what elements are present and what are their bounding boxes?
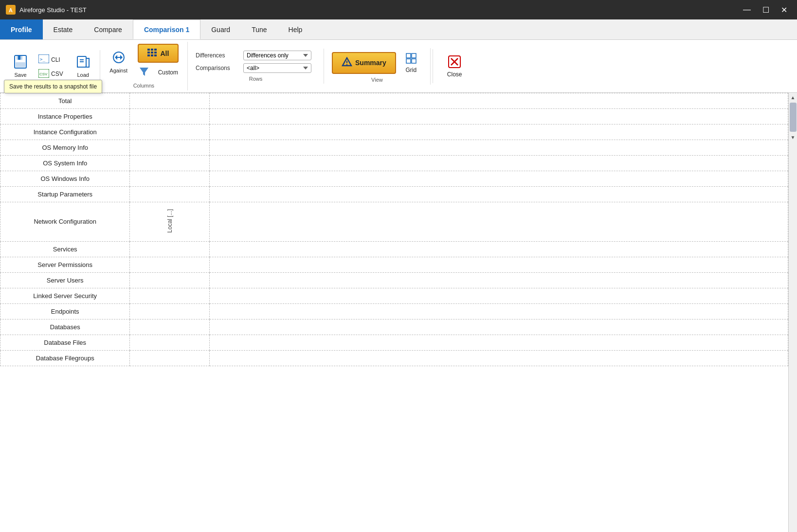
grid-button[interactable]: Grid [400, 50, 422, 76]
ribbon-group-columns: Against [100, 42, 188, 90]
close-icon [448, 55, 461, 70]
comparisons-select[interactable]: <all> Local Remote [243, 63, 311, 73]
row-name: Endpoints [0, 303, 130, 319]
window-close-button[interactable]: ✕ [777, 4, 791, 16]
svg-rect-11 [80, 59, 84, 60]
table-row: Server Users [0, 272, 788, 288]
window-title: Aireforge Studio - TEST [19, 6, 87, 14]
row-data [210, 187, 788, 202]
title-bar: A Aireforge Studio - TEST — ☐ ✕ [0, 0, 797, 19]
row-data [210, 335, 788, 350]
row-local [130, 257, 210, 272]
svg-text:>_: >_ [40, 57, 45, 62]
svg-rect-18 [151, 49, 153, 51]
svg-rect-19 [154, 49, 157, 51]
save-label: Save [14, 72, 26, 78]
scroll-up-arrow[interactable]: ▲ [789, 93, 797, 102]
table-row: Database Files [0, 335, 788, 350]
row-data [210, 288, 788, 303]
svg-rect-5 [16, 62, 25, 67]
svg-rect-24 [151, 54, 153, 56]
table-row: Endpoints [0, 303, 788, 319]
ribbon-group-view: Summary Grid View [324, 48, 431, 85]
row-data [210, 109, 788, 124]
all-icon [147, 49, 157, 58]
row-name: Database Files [0, 335, 130, 350]
row-local [130, 140, 210, 156]
all-button[interactable]: All [138, 44, 179, 63]
row-data [210, 202, 788, 242]
row-name: Network Configuration [0, 202, 130, 242]
csv-button[interactable]: CSV CSV [35, 68, 67, 81]
row-name: Server Users [0, 272, 130, 288]
vertical-scrollbar[interactable]: ▲ ▼ [788, 93, 797, 532]
differences-label: Differences [196, 52, 239, 59]
tab-help[interactable]: Help [278, 19, 313, 39]
tab-guard[interactable]: Guard [200, 19, 241, 39]
comparisons-label: Comparisons [196, 65, 239, 71]
menu-tabs: Profile Estate Compare Comparison 1 Guar… [0, 19, 797, 40]
table-row: Linked Server Security [0, 288, 788, 303]
cli-button[interactable]: >_ CLI [35, 53, 67, 67]
close-button[interactable]: Close [441, 52, 469, 81]
scrollbar-thumb[interactable] [790, 103, 797, 132]
row-name: OS Windows Info [0, 171, 130, 187]
row-local [130, 156, 210, 171]
tab-estate[interactable]: Estate [43, 19, 84, 39]
ribbon-group-save: Save >_ CLI CSV [4, 50, 100, 83]
row-name: Databases [0, 319, 130, 335]
against-button[interactable]: Against [106, 48, 131, 76]
svg-rect-21 [151, 52, 153, 53]
load-icon [76, 54, 91, 71]
table-row: Services [0, 241, 788, 257]
minimize-button[interactable]: — [739, 4, 755, 16]
csv-icon: CSV [38, 69, 49, 79]
row-data [210, 350, 788, 366]
row-local [130, 93, 210, 109]
against-icon [111, 50, 126, 67]
table-row: OS Memory Info [0, 140, 788, 156]
scroll-down-arrow[interactable]: ▼ [789, 133, 797, 142]
load-label: Load [77, 72, 89, 78]
ribbon-group-rows: Differences Differences only All Matches… [188, 49, 324, 84]
grid-icon [405, 53, 417, 66]
row-data [210, 257, 788, 272]
all-label: All [160, 50, 169, 57]
differences-select[interactable]: Differences only All Matches only [243, 51, 311, 60]
custom-button[interactable]: Custom [155, 68, 181, 77]
svg-rect-25 [154, 54, 157, 56]
row-name: Database Filegroups [0, 350, 130, 366]
tab-tune[interactable]: Tune [241, 19, 277, 39]
row-local [130, 187, 210, 202]
save-icon [13, 54, 28, 71]
svg-rect-4 [18, 55, 20, 60]
row-data [210, 171, 788, 187]
table-row: Instance Properties [0, 109, 788, 124]
load-button[interactable]: Load [71, 52, 96, 80]
row-data [210, 241, 788, 257]
row-local: Local [...] [130, 202, 210, 242]
summary-label: Summary [355, 59, 386, 67]
row-data [210, 140, 788, 156]
cli-icon: >_ [38, 54, 49, 65]
data-table[interactable]: TotalInstance PropertiesInstance Configu… [0, 93, 788, 532]
svg-rect-23 [147, 54, 150, 56]
row-name: Total [0, 93, 130, 109]
tab-comparison1[interactable]: Comparison 1 [133, 19, 200, 39]
save-button[interactable]: Save [8, 52, 33, 80]
cli-label: CLI [51, 56, 60, 63]
table-row: OS System Info [0, 156, 788, 171]
summary-button[interactable]: Summary [332, 52, 396, 74]
csv-label: CSV [51, 71, 63, 77]
tab-compare[interactable]: Compare [83, 19, 133, 39]
row-data [210, 303, 788, 319]
row-name: Instance Configuration [0, 124, 130, 140]
tab-profile[interactable]: Profile [0, 19, 43, 39]
svg-point-29 [346, 64, 347, 65]
app-icon: A [6, 5, 16, 15]
row-name: Startup Parameters [0, 187, 130, 202]
row-local [130, 171, 210, 187]
custom-label: Custom [158, 69, 178, 76]
maximize-button[interactable]: ☐ [759, 4, 773, 16]
filter-button[interactable] [135, 65, 153, 80]
